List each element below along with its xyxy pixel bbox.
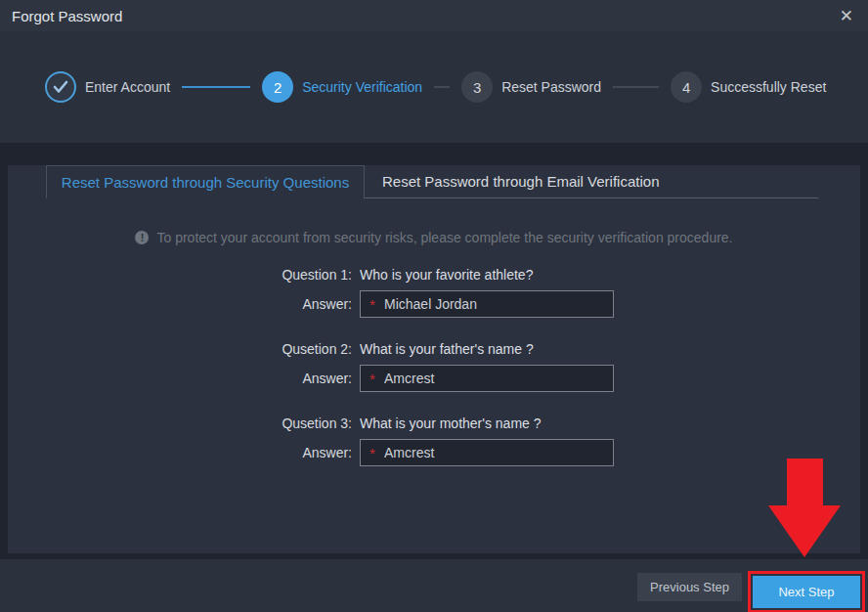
question2-text: What is your father's name ? <box>360 341 860 357</box>
step-enter-account: Enter Account <box>45 71 170 103</box>
info-icon: ! <box>135 231 149 244</box>
tab-bar: Reset Password through Security Question… <box>46 165 818 198</box>
answer2-label: Answer: <box>8 371 352 386</box>
question2-label: Qusetion 2: <box>8 341 352 357</box>
answer-row-3: Answer: * <box>8 439 860 466</box>
next-step-highlight-box: Next Step <box>748 571 865 612</box>
answer-row-2: Answer: * <box>8 365 860 392</box>
step4-circle: 4 <box>671 71 702 103</box>
step-successfully-reset: 4 Successfully Reset <box>671 71 826 103</box>
step2-circle: 2 <box>262 71 293 103</box>
step4-label: Successfully Reset <box>711 79 826 95</box>
step-reset-password: 3 Reset Password <box>461 71 601 103</box>
tab-security-questions[interactable]: Reset Password through Security Question… <box>46 165 365 198</box>
check-icon <box>53 80 68 94</box>
dialog-titlebar: Forgot Password ✕ <box>0 0 868 31</box>
step3-label: Reset Password <box>501 79 601 95</box>
step-connector <box>434 86 450 88</box>
security-questions-form: Question 1: Who is your favorite athlete… <box>8 267 860 466</box>
step-connector-done <box>182 86 250 88</box>
answer3-input[interactable] <box>360 439 614 466</box>
answer1-label: Answer: <box>8 296 352 312</box>
question-row-2: Qusetion 2: What is your father's name ? <box>8 341 860 356</box>
question3-text: What is your mother's name ? <box>360 415 860 431</box>
answer3-input-wrap: * <box>360 439 614 466</box>
answer2-input-wrap: * <box>360 365 614 392</box>
content-panel: Reset Password through Security Question… <box>8 165 860 553</box>
stepper: Enter Account 2 Security Verification 3 … <box>0 31 868 143</box>
notice-text: To protect your account from security ri… <box>156 230 732 245</box>
security-notice: ! To protect your account from security … <box>8 230 860 245</box>
answer1-input[interactable] <box>360 290 614 318</box>
step2-label: Security Verification <box>302 79 422 95</box>
answer1-input-wrap: * <box>360 290 614 318</box>
dialog-title: Forgot Password <box>12 8 122 24</box>
answer3-label: Answer: <box>8 445 352 460</box>
answer2-input[interactable] <box>360 365 614 392</box>
step3-circle: 3 <box>461 71 493 103</box>
step1-circle <box>45 71 76 103</box>
question-row-3: Qusetion 3: What is your mother's name ? <box>8 415 860 430</box>
question1-text: Who is your favorite athlete? <box>360 267 860 283</box>
step-connector <box>613 86 659 88</box>
question3-label: Qusetion 3: <box>8 415 352 431</box>
tab-bar-rest: Reset Password through Email Verificatio… <box>365 165 818 198</box>
next-step-button[interactable]: Next Step <box>753 576 860 608</box>
close-icon[interactable]: ✕ <box>837 8 856 24</box>
step1-label: Enter Account <box>85 79 170 95</box>
question-row-1: Question 1: Who is your favorite athlete… <box>8 267 860 282</box>
answer-row-1: Answer: * <box>8 290 860 318</box>
step-security-verification: 2 Security Verification <box>262 71 422 103</box>
question1-label: Question 1: <box>8 267 352 283</box>
footer-bar: Previous Step Next Step <box>0 559 868 612</box>
previous-step-button[interactable]: Previous Step <box>637 573 742 601</box>
tab-email-verification[interactable]: Reset Password through Email Verificatio… <box>365 165 659 197</box>
